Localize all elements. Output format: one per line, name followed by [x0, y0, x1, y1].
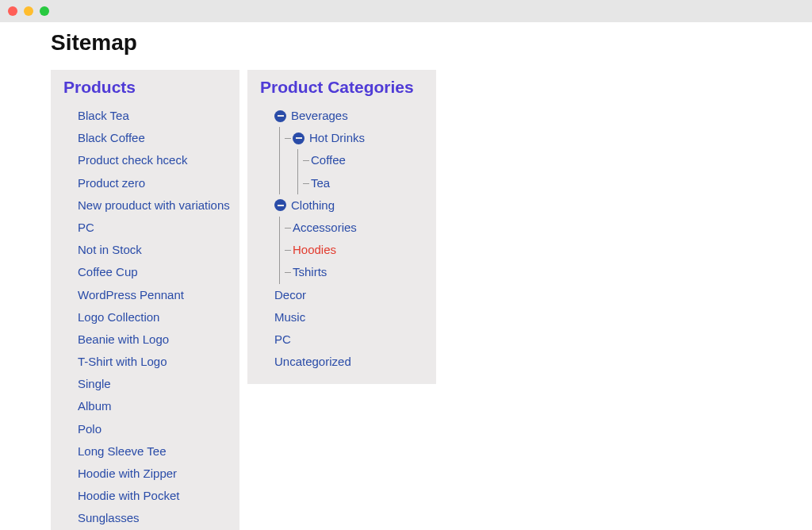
category-item[interactable]: Coffee	[303, 149, 423, 171]
products-list: Black TeaBlack CoffeeProduct check hceck…	[63, 105, 227, 530]
categories-card: Product Categories BeveragesHot DrinksCo…	[247, 70, 436, 384]
category-item[interactable]: Decor	[274, 284, 423, 306]
category-sublist: Hot DrinksCoffeeTea	[279, 127, 423, 194]
category-item[interactable]: Hoodies	[285, 239, 423, 261]
category-item[interactable]: Hot DrinksCoffeeTea	[285, 127, 423, 194]
window-titlebar	[0, 0, 812, 22]
product-link[interactable]: Sunglasses	[78, 507, 227, 529]
category-label[interactable]: Uncategorized	[274, 351, 351, 373]
product-link[interactable]: Not in Stock	[78, 239, 227, 261]
collapse-icon[interactable]	[274, 110, 286, 122]
category-item[interactable]: PC	[274, 328, 423, 351]
window-close-button[interactable]	[8, 6, 17, 16]
category-label[interactable]: Coffee	[311, 149, 346, 171]
category-item[interactable]: Uncategorized	[274, 351, 423, 373]
category-item[interactable]: Music	[274, 306, 423, 328]
category-item[interactable]: Accessories	[285, 217, 423, 239]
page-title: Sitemap	[51, 30, 812, 56]
product-link[interactable]: Polo	[78, 418, 227, 440]
category-label[interactable]: Clothing	[291, 194, 335, 217]
product-link[interactable]: Logo Collection	[78, 306, 227, 328]
category-label[interactable]: Tea	[311, 172, 330, 194]
product-link[interactable]: T-Shirt with Logo	[78, 351, 227, 373]
product-link[interactable]: PC	[78, 217, 227, 239]
product-link[interactable]: Product check hceck	[78, 149, 227, 171]
category-label[interactable]: Beverages	[291, 105, 348, 127]
product-link[interactable]: Coffee Cup	[78, 261, 227, 283]
category-label[interactable]: Hot Drinks	[309, 127, 365, 149]
category-label[interactable]: PC	[274, 328, 291, 351]
category-item[interactable]: Tea	[303, 172, 423, 194]
product-link[interactable]: Beanie with Logo	[78, 328, 227, 351]
category-item[interactable]: Tshirts	[285, 261, 423, 283]
category-item[interactable]: ClothingAccessoriesHoodiesTshirts	[274, 194, 423, 284]
category-label[interactable]: Decor	[274, 284, 306, 306]
category-label[interactable]: Music	[274, 306, 305, 328]
category-sublist: CoffeeTea	[297, 149, 423, 194]
category-label[interactable]: Accessories	[293, 217, 357, 239]
products-card-title: Products	[63, 78, 227, 97]
product-link[interactable]: WordPress Pennant	[78, 284, 227, 306]
collapse-icon[interactable]	[274, 199, 286, 211]
categories-card-title: Product Categories	[260, 78, 423, 97]
product-link[interactable]: Hoodie with Zipper	[78, 463, 227, 485]
product-link[interactable]: Single	[78, 373, 227, 395]
category-sublist: AccessoriesHoodiesTshirts	[279, 217, 423, 284]
product-link[interactable]: Product zero	[78, 172, 227, 194]
product-link[interactable]: Black Coffee	[78, 127, 227, 149]
category-label[interactable]: Tshirts	[293, 261, 327, 283]
products-card: Products Black TeaBlack CoffeeProduct ch…	[51, 70, 239, 530]
product-link[interactable]: Album	[78, 395, 227, 417]
product-link[interactable]: Black Tea	[78, 105, 227, 127]
product-link[interactable]: New prouduct with variations	[78, 194, 227, 217]
category-item[interactable]: BeveragesHot DrinksCoffeeTea	[274, 105, 423, 194]
categories-tree: BeveragesHot DrinksCoffeeTeaClothingAcce…	[260, 105, 423, 373]
product-link[interactable]: Long Sleeve Tee	[78, 440, 227, 463]
window-minimize-button[interactable]	[24, 6, 33, 16]
window-maximize-button[interactable]	[40, 6, 49, 16]
product-link[interactable]: Hoodie with Pocket	[78, 485, 227, 507]
category-label[interactable]: Hoodies	[293, 239, 336, 261]
collapse-icon[interactable]	[293, 132, 304, 144]
